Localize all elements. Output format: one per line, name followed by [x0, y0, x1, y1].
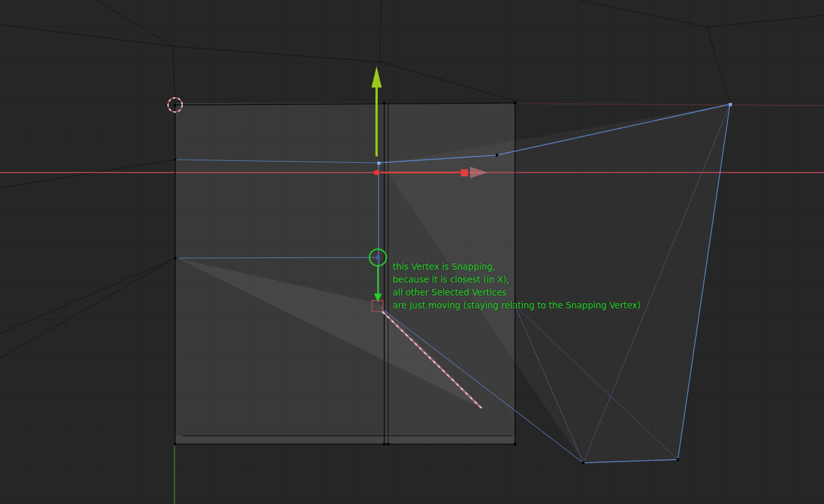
annotation-line-3: all other Selected Vertices [393, 286, 641, 299]
gizmo-center-dot[interactable] [374, 170, 379, 175]
annotation-line-4: are just moving (staying relating to the… [393, 299, 641, 312]
viewport-canvas[interactable] [0, 0, 824, 504]
annotation-line-1: this Vertex is Snapping, [393, 260, 641, 273]
annotation-line-2: because it is closest (in X), [393, 273, 641, 286]
annotation-text: this Vertex is Snapping, because it is c… [393, 260, 641, 312]
viewport[interactable]: this Vertex is Snapping, because it is c… [0, 0, 824, 504]
